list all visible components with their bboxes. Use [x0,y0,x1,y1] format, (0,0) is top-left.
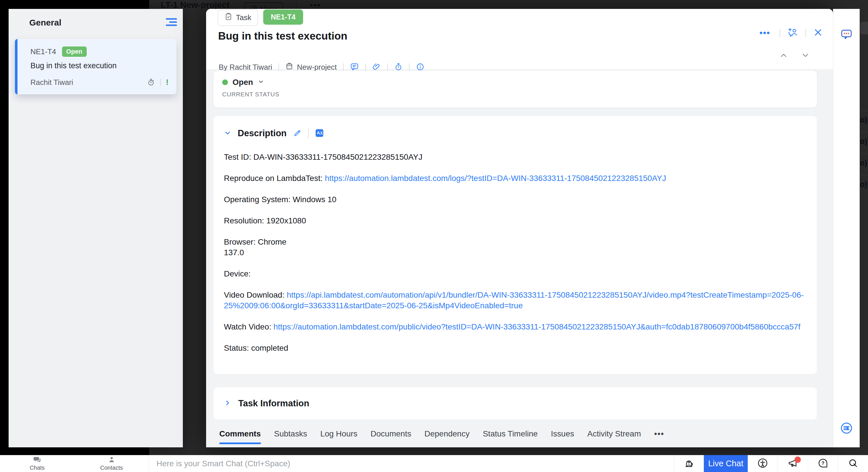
description-text: Device: [224,269,251,278]
chat-bar-left: Chats Contacts [0,455,149,472]
support-button[interactable] [674,455,704,472]
activity-summary-button[interactable] [840,421,854,436]
description-link[interactable]: https://automation.lambdatest.com/public… [274,322,801,331]
chats-label: Chats [30,465,44,471]
description-text: Operating System: Windows 10 [224,195,336,204]
description-paragraph: Status: completed [224,343,807,353]
help-button[interactable]: ? [808,455,838,472]
translate-button[interactable]: A [315,129,324,138]
background-more-button[interactable]: ••• [310,1,321,9]
tab-documents[interactable]: Documents [371,429,411,444]
task-type-chip[interactable]: Task [218,9,258,26]
description-text: Test ID: DA-WIN-33633311-175084502122328… [224,153,423,162]
general-panel-header: General [9,9,183,35]
task-information-card[interactable]: Task Information [214,387,817,419]
status-dot-icon [222,79,228,85]
contacts-label: Contacts [100,465,123,471]
tab-issues[interactable]: Issues [551,429,574,444]
description-link[interactable]: https://api.lambdatest.com/automation/ap… [224,291,804,310]
translate-icon: A [315,129,324,138]
description-text: Browser: Chrome 137.0 [224,237,286,257]
close-modal-button[interactable] [813,28,823,38]
divider [365,63,366,71]
notification-badge [795,457,801,463]
help-icon: ? [818,458,828,469]
live-chat-button[interactable]: Live Chat [704,455,748,472]
chat-bubbles-icon [33,456,41,464]
external-link-icon [250,5,257,9]
task-information-heading: Task Information [238,398,309,409]
view-button-label: View [260,5,277,9]
description-card: Description A Test ID: DA-WIN-33633311-1… [214,116,817,374]
panel-title: General [29,18,164,28]
divider [160,78,161,86]
task-card-title: Bug in this test execution [30,61,168,70]
divider [343,63,344,71]
background-text-fragment: o) [860,175,868,189]
background-page-header: LT-1 New-project View ••• [149,0,868,9]
modal-tabs: CommentsSubtasksLog HoursDocumentsDepend… [219,429,664,444]
smart-chat-bar: Chats Contacts Live Chat [0,455,868,472]
accessibility-button[interactable] [748,455,778,472]
view-button[interactable]: View [244,2,283,9]
tab-dependency[interactable]: Dependency [425,429,470,444]
add-user-icon [787,27,798,38]
right-icon-strip [833,9,860,447]
smart-chat-input[interactable] [149,455,674,472]
description-heading: Description [238,128,287,138]
previous-task-button[interactable] [779,51,788,61]
contacts-tab[interactable]: Contacts [74,455,149,472]
timer-icon [147,78,155,86]
more-actions-button[interactable]: ••• [758,28,772,38]
description-link[interactable]: https://automation.lambdatest.com/logs/?… [325,174,666,183]
divider [278,63,279,71]
description-paragraph: Device: [224,268,807,279]
description-paragraph: Browser: Chrome 137.0 [224,237,807,258]
task-project-label: New-project [297,63,337,72]
modal-header-actions: ••• [758,27,823,38]
pencil-icon [293,129,302,138]
description-paragraph: Test ID: DA-WIN-33633311-175084502122328… [224,152,807,162]
tab-comments[interactable]: Comments [219,429,261,444]
tab-activity-stream[interactable]: Activity Stream [587,429,641,444]
divider [308,129,309,138]
modal-chips: Task NE1-T4 [218,9,303,26]
divider [780,29,780,37]
person-icon [108,456,115,464]
assign-user-button[interactable] [787,27,798,38]
task-card-top-row: NE1-T4 Open [30,46,168,57]
task-id-chip[interactable]: NE1-T4 [263,9,303,25]
edit-description-button[interactable] [293,129,302,138]
announcements-button[interactable] [778,455,808,472]
next-task-button[interactable] [801,51,810,61]
collapse-description-button[interactable] [224,129,231,138]
accessibility-icon [757,458,768,469]
description-text: Video Download: [224,291,287,299]
background-text-fragment: o) [860,111,868,125]
search-button[interactable] [838,455,868,472]
task-card[interactable]: NE1-T4 Open Bug in this test execution R… [15,39,177,94]
hamburger-icon [166,17,177,28]
headset-icon [684,458,694,469]
task-author: By Rachit Tiwari [219,63,272,72]
status-caption: CURRENT STATUS [222,91,808,98]
status-dropdown[interactable]: Open [222,78,808,87]
priority-exclamation-icon: ! [166,78,168,87]
svg-text:A: A [317,131,320,135]
chats-tab[interactable]: Chats [0,455,74,472]
task-card-bottom-row: Rachit Tiwari ! [30,78,168,87]
feedback-button[interactable] [840,28,853,41]
description-header: Description A [224,128,807,138]
comment-dots-icon [840,28,853,41]
panel-menu-button[interactable] [164,16,178,29]
tab-status-timeline[interactable]: Status Timeline [483,429,538,444]
tab-subtasks[interactable]: Subtasks [274,429,307,444]
tabs-more-button[interactable]: ••• [654,429,664,444]
task-navigation [779,51,810,61]
task-card-id: NE1-T4 [30,47,56,56]
status-card: Open CURRENT STATUS [214,71,817,107]
description-text: Resolution: 1920x1080 [224,216,306,225]
close-icon [813,28,823,38]
description-body: Test ID: DA-WIN-33633311-175084502122328… [224,152,807,353]
tab-log-hours[interactable]: Log Hours [320,429,358,444]
